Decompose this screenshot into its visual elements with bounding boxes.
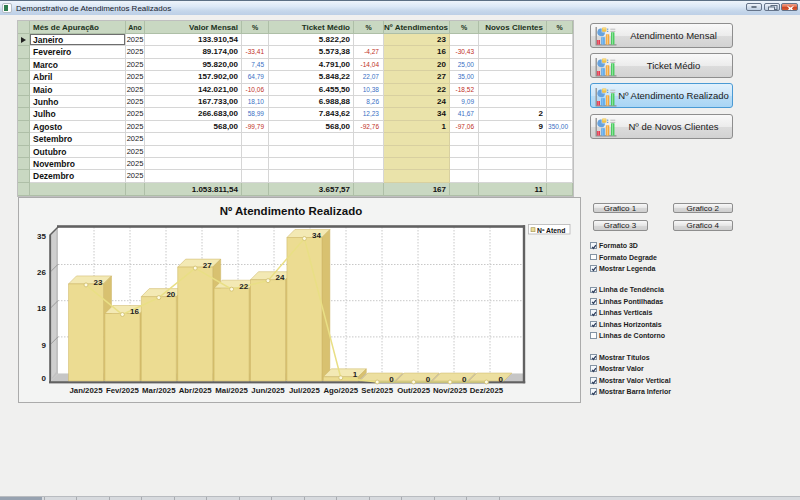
svg-text:Nov/2025: Nov/2025 <box>433 386 468 395</box>
svg-text:0: 0 <box>426 375 431 384</box>
svg-text:0: 0 <box>389 375 394 384</box>
svg-text:Nº Atendimento Realizado: Nº Atendimento Realizado <box>220 205 362 217</box>
svg-text:23: 23 <box>94 278 103 287</box>
svg-text:Jul/2025: Jul/2025 <box>289 386 320 395</box>
svg-text:0: 0 <box>498 375 503 384</box>
svg-text:Jun/2025: Jun/2025 <box>251 386 285 395</box>
svg-text:18: 18 <box>37 304 46 313</box>
svg-text:Dez/2025: Dez/2025 <box>470 386 504 395</box>
svg-text:34: 34 <box>312 231 321 240</box>
svg-text:0: 0 <box>42 374 47 383</box>
svg-text:Ago/2025: Ago/2025 <box>323 386 358 395</box>
svg-text:24: 24 <box>276 273 285 282</box>
svg-text:26: 26 <box>37 268 46 277</box>
svg-text:16: 16 <box>130 307 139 316</box>
svg-text:Set/2025: Set/2025 <box>361 386 393 395</box>
svg-text:9: 9 <box>42 341 47 350</box>
svg-text:35: 35 <box>37 232 46 241</box>
svg-text:20: 20 <box>166 290 175 299</box>
svg-text:1: 1 <box>353 370 358 379</box>
svg-text:0: 0 <box>462 375 467 384</box>
svg-text:Fev/2025: Fev/2025 <box>106 386 140 395</box>
svg-text:Mai/2025: Mai/2025 <box>215 386 248 395</box>
svg-text:22: 22 <box>239 282 248 291</box>
svg-text:27: 27 <box>203 261 212 270</box>
svg-text:Jan/2025: Jan/2025 <box>70 386 104 395</box>
svg-text:Nº Atend: Nº Atend <box>537 227 565 234</box>
svg-text:Mar/2025: Mar/2025 <box>142 386 176 395</box>
svg-text:Abr/2025: Abr/2025 <box>179 386 213 395</box>
svg-text:Out/2025: Out/2025 <box>397 386 431 395</box>
